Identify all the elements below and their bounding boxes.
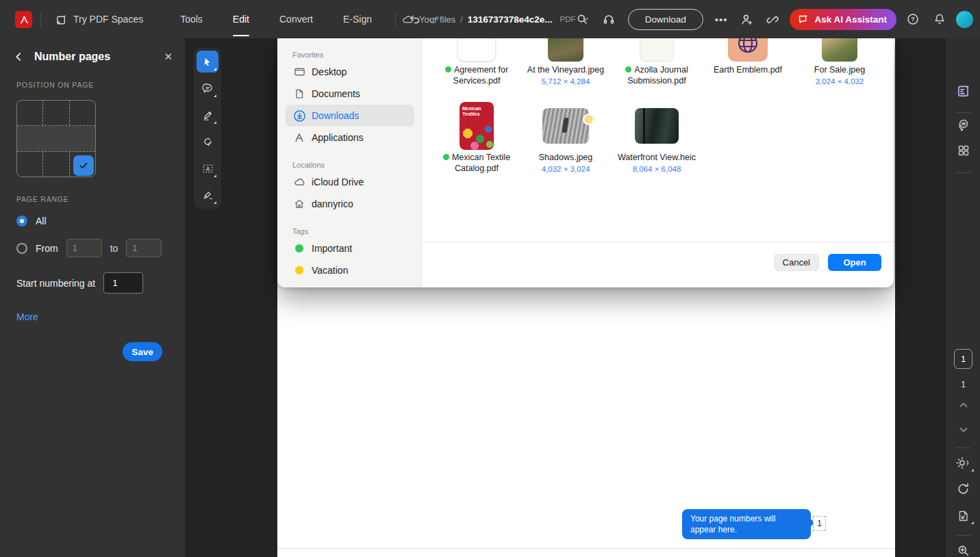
page-number-preview: 1	[813, 516, 826, 531]
position-cell-top-left[interactable]	[17, 101, 43, 125]
rail-divider	[955, 535, 971, 536]
toolbar-divider	[40, 12, 41, 27]
comment-tool-button[interactable]	[197, 77, 218, 99]
fit-page-icon	[957, 509, 970, 523]
start-numbering-input[interactable]	[103, 272, 143, 294]
green-tag-icon	[625, 66, 631, 73]
bell-icon	[933, 12, 946, 26]
right-tools-rail: 1 1	[945, 38, 980, 557]
sidebar-item-icloud-drive[interactable]: iCloud Drive	[286, 171, 414, 193]
number-pages-panel: Number pages ✕ POSITION ON PAGE PAG	[0, 38, 185, 557]
chevron-up-icon	[958, 400, 969, 411]
position-cell-bottom-left[interactable]	[17, 152, 43, 177]
help-icon: ?	[906, 12, 920, 26]
draw-tool-button[interactable]	[197, 104, 218, 126]
icloud-icon	[292, 176, 306, 189]
save-button[interactable]: Save	[123, 342, 162, 361]
copy-link-button[interactable]	[763, 9, 783, 29]
text-box-tool-button[interactable]: A	[197, 157, 218, 179]
menu-esign[interactable]: E-Sign	[328, 0, 387, 38]
sidebar-item-applications[interactable]: Applications	[286, 127, 414, 148]
fill-sign-tool-button[interactable]	[197, 184, 218, 206]
comment-icon	[201, 82, 214, 95]
help-button[interactable]: ?	[903, 9, 923, 29]
fit-page-button[interactable]	[946, 509, 980, 523]
ai-chat-icon	[797, 13, 809, 25]
more-link[interactable]: More	[16, 311, 38, 322]
panel-back-button[interactable]	[12, 51, 25, 63]
user-avatar[interactable]	[956, 11, 973, 28]
read-aloud-button[interactable]	[599, 9, 619, 29]
search-icon	[575, 12, 589, 26]
menu-edit[interactable]: Edit	[218, 0, 264, 38]
headphones-icon	[602, 12, 616, 26]
checkmark-icon	[78, 160, 89, 171]
sidebar-item-documents[interactable]: Documents	[286, 83, 414, 105]
image-dimensions: 4,032 × 3,024	[525, 164, 607, 174]
from-page-input[interactable]	[66, 239, 102, 257]
breadcrumb: Your files / 1316737378e4c2e... PDF	[401, 0, 590, 38]
sidebar-tag-vacation[interactable]: Vacation	[286, 259, 414, 281]
zoom-in-button[interactable]	[946, 543, 980, 557]
try-pdf-spaces-button[interactable]: Try PDF Spaces	[49, 9, 149, 30]
position-cell-bottom-center[interactable]	[43, 152, 69, 177]
position-cell-top-right[interactable]	[70, 101, 95, 125]
position-selected-check[interactable]	[73, 155, 94, 176]
signature-pen-icon	[201, 189, 214, 202]
photo-thumbnail	[542, 108, 589, 144]
pdf-thumbnail	[640, 38, 674, 62]
green-tag-icon	[445, 66, 451, 73]
position-cell-bottom-right[interactable]	[70, 152, 95, 177]
select-tool-button[interactable]	[197, 51, 218, 73]
more-options-button[interactable]: •••	[712, 14, 731, 25]
acrobat-mark-icon	[18, 14, 29, 25]
radio-all[interactable]	[16, 216, 27, 226]
download-button[interactable]: Download	[628, 9, 703, 30]
pdf-spaces-icon	[55, 13, 68, 26]
lasso-icon	[201, 135, 214, 148]
ask-ai-assistant-button[interactable]: Ask AI Assistant	[790, 9, 896, 30]
page-boundary	[277, 548, 895, 549]
menu-convert[interactable]: Convert	[264, 0, 328, 38]
open-button[interactable]: Open	[828, 254, 881, 271]
pdf-thumbnail	[457, 38, 496, 62]
ai-assistant-panel-button[interactable]	[946, 83, 980, 99]
next-page-button[interactable]	[946, 424, 980, 435]
link-icon	[766, 12, 780, 26]
comments-panel-button[interactable]	[946, 118, 980, 132]
panel-close-button[interactable]: ✕	[164, 51, 173, 63]
page-thumbnails-button[interactable]	[946, 144, 980, 157]
notifications-button[interactable]	[929, 9, 950, 29]
document-title: 1316737378e4c2e...	[468, 14, 553, 25]
finder-file-area: Agreement for Services.pdf At the Vineya…	[422, 38, 894, 287]
ask-ai-label: Ask AI Assistant	[814, 14, 887, 25]
cloud-icon	[401, 13, 414, 26]
radio-all-label: All	[36, 216, 47, 226]
sidebar-item-desktop[interactable]: Desktop	[286, 61, 414, 83]
quick-tools-strip: A	[194, 48, 221, 209]
radio-from[interactable]	[16, 243, 27, 254]
rotate-page-button[interactable]	[946, 482, 980, 496]
position-section-label: POSITION ON PAGE	[16, 81, 185, 89]
sidebar-tag-important[interactable]: Important	[286, 237, 414, 259]
svg-text:?: ?	[911, 16, 915, 23]
to-page-input[interactable]	[126, 239, 162, 257]
breadcrumb-your-files[interactable]: Your files	[419, 14, 455, 25]
lasso-tool-button[interactable]	[197, 131, 218, 153]
search-button[interactable]	[572, 9, 592, 29]
share-add-person-button[interactable]	[736, 9, 757, 29]
previous-page-button[interactable]	[946, 400, 980, 411]
range-section-label: PAGE RANGE	[16, 195, 185, 203]
current-page-box[interactable]: 1	[946, 349, 980, 369]
position-cell-top-center[interactable]	[43, 101, 69, 125]
downloads-icon	[292, 109, 306, 122]
home-icon	[292, 198, 306, 210]
sidebar-item-home[interactable]: dannyrico	[286, 193, 414, 215]
theme-button[interactable]	[946, 456, 980, 470]
top-toolbar: Try PDF Spaces Tools Edit Convert E-Sign…	[0, 0, 980, 38]
menu-tools[interactable]: Tools	[165, 0, 218, 38]
cancel-button[interactable]: Cancel	[774, 254, 819, 271]
sidebar-item-downloads[interactable]: Downloads	[286, 105, 414, 127]
position-on-page-grid	[16, 100, 96, 177]
acrobat-logo[interactable]	[15, 11, 32, 28]
